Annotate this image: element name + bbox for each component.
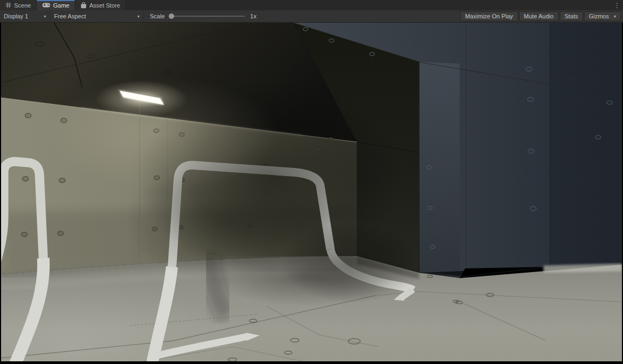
shopping-bag-icon [81, 2, 87, 9]
chevron-down-icon: ▾ [614, 14, 616, 19]
viewport-left-edge [0, 23, 1, 364]
display-dropdown-value: Display 1 [4, 13, 28, 19]
display-dropdown[interactable]: Display 1 ▾ [0, 10, 50, 22]
scale-group: Scale 1x [150, 13, 256, 19]
scale-label: Scale [150, 13, 165, 19]
tab-game[interactable]: Game [37, 0, 75, 10]
scale-slider-knob[interactable] [169, 14, 174, 19]
game-viewport[interactable] [0, 23, 623, 364]
unity-game-view-window: Scene Game Asset Store ⋮ Display 1 ▾ [0, 0, 623, 364]
mute-audio-button[interactable]: Mute Audio [519, 11, 559, 21]
tab-scene-label: Scene [14, 2, 31, 9]
aspect-dropdown-value: Free Aspect [54, 13, 86, 19]
gizmos-dropdown-button[interactable]: Gizmos ▾ [584, 11, 621, 21]
game-render [0, 23, 623, 364]
toolbar-right-group: Maximize On Play Mute Audio Stats Gizmos… [460, 10, 623, 22]
tab-asset-store[interactable]: Asset Store [75, 0, 126, 10]
stats-button[interactable]: Stats [560, 11, 583, 21]
chevron-down-icon: ▾ [137, 14, 140, 19]
maximize-on-play-button[interactable]: Maximize On Play [460, 11, 518, 21]
game-view-toolbar: Display 1 ▾ Free Aspect ▾ Scale 1x Maxim… [0, 10, 623, 23]
scale-value: 1x [250, 13, 257, 19]
ceiling-light-fixture [46, 77, 279, 190]
tab-game-label: Game [53, 2, 69, 9]
aspect-ratio-dropdown[interactable]: Free Aspect ▾ [50, 10, 144, 22]
tab-bar: Scene Game Asset Store ⋮ [0, 0, 623, 10]
tab-bar-spacer [126, 0, 611, 10]
grid-icon [5, 2, 11, 8]
chevron-down-icon: ▾ [44, 14, 46, 19]
tab-scene[interactable]: Scene [0, 0, 37, 10]
scale-slider[interactable] [170, 16, 245, 17]
kebab-menu-icon[interactable]: ⋮ [611, 0, 623, 10]
tab-asset-store-label: Asset Store [89, 2, 120, 9]
gamepad-icon [42, 3, 50, 8]
